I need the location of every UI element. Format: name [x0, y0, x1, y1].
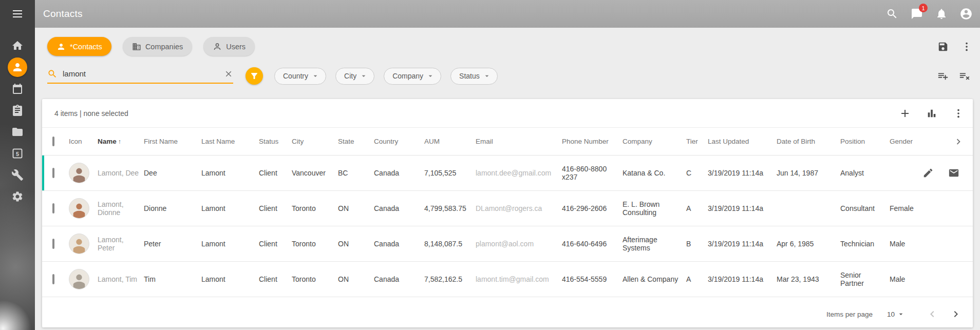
sidebar: 5: [0, 0, 35, 330]
column-header-icon[interactable]: Icon: [69, 138, 98, 145]
chevron-down-icon: [426, 72, 435, 80]
column-header-status[interactable]: Status: [259, 138, 292, 145]
sidebar-item-filter-5[interactable]: 5: [0, 143, 35, 164]
messages-icon[interactable]: 1: [910, 7, 924, 21]
wrench-icon: [8, 165, 27, 185]
avatar: [69, 198, 89, 219]
funnel-icon: [250, 71, 259, 81]
cell-position: Consultant: [840, 204, 890, 212]
chevron-down-icon: [483, 72, 491, 80]
filter-country[interactable]: Country: [274, 68, 326, 85]
folder-icon: [8, 122, 27, 142]
cell-date-of-birth: Jun 14, 1987: [777, 169, 840, 177]
cell-gender: Male: [890, 275, 922, 283]
sidebar-item-tools[interactable]: [0, 164, 35, 186]
cell-last-name: Lamont: [201, 204, 259, 212]
clear-search-icon[interactable]: [224, 69, 233, 79]
cell-last-updated: 3/19/2019 11:14a: [708, 240, 777, 248]
chevron-down-icon: [897, 310, 905, 318]
add-record-icon[interactable]: [899, 107, 911, 120]
tab-contacts[interactable]: *Contacts: [47, 37, 111, 56]
calendar-icon: [8, 79, 27, 99]
previous-page-icon[interactable]: [926, 307, 939, 321]
app-root: 5 Contacts 1: [0, 0, 980, 330]
cell-aum: 7,105,525: [424, 169, 476, 177]
items-per-page-label: Items per page: [826, 310, 873, 318]
results-card: 4 items | none selected Icon N: [42, 99, 973, 327]
column-header-date-of-birth[interactable]: Date of Birth: [777, 138, 840, 145]
row-checkbox[interactable]: [52, 168, 54, 178]
cell-city: Vancouver: [292, 169, 338, 177]
filter-city[interactable]: City: [335, 68, 374, 85]
cell-last-updated: 3/19/2019 11:14a: [708, 204, 777, 212]
cell-status: Client: [259, 169, 292, 177]
sidebar-item-contacts[interactable]: [0, 56, 35, 78]
row-checkbox[interactable]: [52, 203, 54, 213]
pagination-bar: Items per page 10: [42, 301, 973, 327]
column-header-last-name[interactable]: Last Name: [201, 138, 259, 145]
select-all-checkbox[interactable]: [52, 137, 54, 146]
column-header-state[interactable]: State: [338, 138, 374, 145]
search-box: [47, 69, 233, 84]
row-checkbox[interactable]: [52, 239, 54, 249]
save-icon[interactable]: [937, 41, 949, 53]
table-row[interactable]: Lamont, Dionne Dionne Lamont Client Toro…: [42, 191, 973, 226]
table-row[interactable]: Lamont, Tim Tim Lamont Client Toronto ON…: [42, 262, 973, 297]
column-header-email[interactable]: Email: [476, 138, 562, 145]
column-header-company[interactable]: Company: [623, 138, 686, 145]
search-filter-bar: Country City Company Status: [35, 56, 980, 85]
cell-city: Toronto: [292, 240, 338, 248]
scroll-columns-right-icon[interactable]: [952, 135, 965, 148]
column-header-country[interactable]: Country: [374, 138, 424, 145]
bar-chart-icon[interactable]: [926, 107, 938, 120]
account-icon[interactable]: [959, 7, 973, 21]
column-header-position[interactable]: Position: [840, 138, 890, 145]
sidebar-item-settings[interactable]: [0, 186, 35, 207]
table-row[interactable]: Lamont, Dee Dee Lamont Client Vancouver …: [42, 156, 973, 191]
avatar: [69, 234, 89, 254]
filter-chips: Country City Company Status: [274, 68, 498, 85]
clipboard-icon: [8, 101, 27, 120]
column-header-aum[interactable]: AUM: [424, 138, 476, 145]
bell-icon[interactable]: [935, 7, 948, 21]
tab-companies[interactable]: Companies: [123, 37, 192, 56]
svg-text:5: 5: [16, 151, 19, 157]
add-filter-list-icon[interactable]: [937, 70, 949, 82]
table-row[interactable]: Lamont, Peter Peter Lamont Client Toront…: [42, 226, 973, 262]
filter-status[interactable]: Status: [450, 68, 498, 85]
column-header-last-updated[interactable]: Last Updated: [708, 138, 777, 145]
filter-company[interactable]: Company: [384, 68, 441, 85]
sidebar-item-home[interactable]: [0, 35, 35, 56]
cell-position: Technician: [840, 240, 890, 248]
page-size-value: 10: [887, 310, 895, 318]
column-header-gender[interactable]: Gender: [890, 138, 922, 145]
tab-users[interactable]: Users: [203, 37, 255, 56]
search-icon[interactable]: [885, 7, 899, 21]
row-checkbox[interactable]: [52, 274, 54, 284]
column-header-phone[interactable]: Phone Number: [562, 138, 623, 145]
cell-city: Toronto: [292, 275, 338, 283]
cell-last-updated: 3/19/2019 11:14a: [708, 275, 777, 283]
page-size-select[interactable]: 10: [887, 310, 905, 318]
email-envelope-icon[interactable]: [948, 167, 959, 179]
more-options-icon[interactable]: [960, 41, 973, 53]
filter-funnel-button[interactable]: [246, 67, 263, 85]
clear-filter-list-icon[interactable]: [958, 70, 971, 82]
sidebar-item-documents[interactable]: [0, 121, 35, 143]
edit-pencil-icon[interactable]: [922, 167, 934, 179]
table-options-icon[interactable]: [952, 107, 965, 120]
search-input[interactable]: [63, 69, 219, 78]
notification-badge: 1: [919, 4, 928, 12]
cell-last-updated: 3/19/2019 11:14a: [708, 169, 777, 177]
sidebar-item-tasks[interactable]: [0, 100, 35, 121]
column-header-tier[interactable]: Tier: [686, 138, 708, 145]
column-header-name[interactable]: Name↑: [98, 138, 144, 145]
sidebar-item-calendar[interactable]: [0, 78, 35, 100]
column-header-first-name[interactable]: First Name: [144, 138, 201, 145]
column-header-city[interactable]: City: [292, 138, 338, 145]
next-page-icon[interactable]: [949, 307, 963, 321]
hamburger-menu-icon[interactable]: [0, 0, 35, 28]
person-icon: [8, 57, 27, 77]
cell-position: Analyst: [840, 169, 890, 177]
cell-name: Lamont, Peter: [98, 236, 144, 252]
